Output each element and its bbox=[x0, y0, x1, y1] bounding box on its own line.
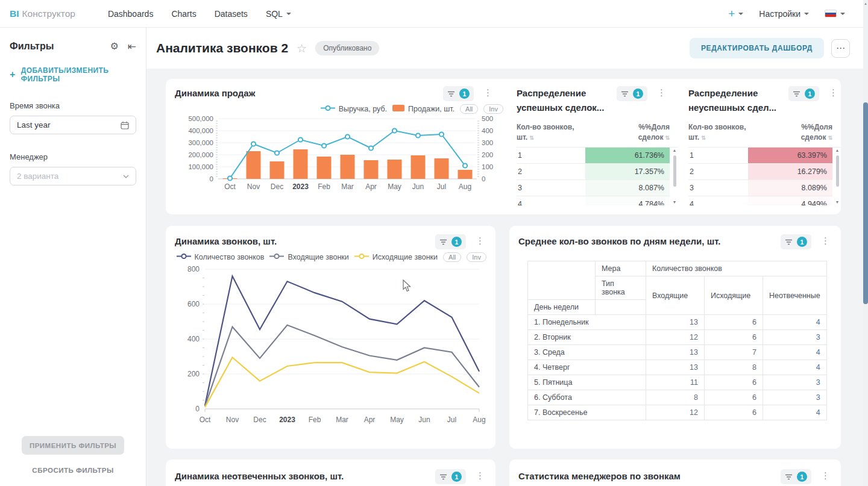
legend-item-sales[interactable]: Продажи, шт. bbox=[392, 105, 454, 113]
widget-title: Динамика звонков, шт. bbox=[175, 234, 435, 249]
widget-title: Динамика неотвеченных звонков, шт. bbox=[175, 469, 435, 484]
filters-chip[interactable]: 1 bbox=[617, 86, 647, 101]
filters-chip[interactable]: 1 bbox=[781, 469, 811, 484]
kebab-menu-icon[interactable]: ⋮ bbox=[474, 234, 486, 248]
nav-right: + Настройки bbox=[728, 8, 852, 19]
sales-chart-widget: Динамика продаж 1 ⋮ Выручка, руб. bbox=[175, 86, 494, 195]
svg-text:Jun: Jun bbox=[418, 416, 430, 424]
pivot-row: 6. Суббота863 bbox=[528, 390, 827, 405]
calls-chart[interactable]: 0200400600800OctNovDec2023FebMarAprMayJu… bbox=[175, 264, 486, 429]
scroll-thumb[interactable] bbox=[673, 155, 676, 187]
filters-chip[interactable]: 1 bbox=[443, 86, 474, 101]
svg-text:Feb: Feb bbox=[309, 416, 321, 424]
scrollbar-thumb[interactable] bbox=[863, 102, 868, 304]
filter-icon bbox=[785, 238, 793, 246]
svg-text:200: 200 bbox=[482, 151, 493, 158]
nav-sql-label: SQL bbox=[266, 9, 283, 19]
svg-text:400: 400 bbox=[187, 335, 200, 343]
legend-label: Выручка, руб. bbox=[339, 105, 387, 113]
kebab-menu-icon[interactable]: ⋮ bbox=[482, 86, 494, 99]
nav-sql[interactable]: SQL bbox=[266, 9, 291, 19]
legend-item-incoming[interactable]: Входящие звонки bbox=[269, 253, 348, 261]
edit-dashboard-button[interactable]: РЕДАКТИРОВАТЬ ДАШБОРД bbox=[690, 38, 824, 58]
table-row: 216.279% bbox=[688, 164, 832, 180]
manager-select[interactable]: 2 варианта bbox=[10, 167, 136, 185]
svg-text:Oct: Oct bbox=[224, 182, 236, 191]
kebab-menu-icon[interactable]: ⋮ bbox=[819, 469, 832, 482]
managers-stats-card: Статистика менеджеров по звонкам 1 ⋮ bbox=[509, 460, 841, 486]
pivot-col-missed: Неотвеченные bbox=[763, 276, 827, 315]
nav-dashboards[interactable]: Dashboards bbox=[108, 9, 154, 19]
widget-title: Статистика менеджеров по звонкам bbox=[518, 469, 781, 484]
legend-all-button[interactable]: All bbox=[443, 252, 461, 262]
kebab-menu-icon[interactable]: ⋮ bbox=[474, 469, 486, 482]
kebab-menu-icon[interactable]: ⋮ bbox=[819, 234, 832, 248]
table-row: 44.949% bbox=[688, 196, 832, 205]
column-header-share[interactable]: %%Доля сделок⇅ bbox=[790, 122, 841, 143]
scrollbar-up-arrow[interactable]: ▲ bbox=[863, 0, 868, 7]
widget-title: Среднее кол-во звонков по дням недели, ш… bbox=[518, 234, 781, 249]
gear-icon[interactable]: ⚙ bbox=[110, 42, 118, 51]
svg-text:Aug: Aug bbox=[459, 182, 471, 191]
column-header-share[interactable]: %%Доля сделок⇅ bbox=[627, 122, 678, 143]
legend-item-total[interactable]: Количество звонков bbox=[177, 253, 265, 261]
filters-chip[interactable]: 1 bbox=[781, 234, 811, 249]
row1-card: Динамика продаж 1 ⋮ Выручка, руб. bbox=[166, 79, 841, 214]
sales-chart[interactable]: 0100,000200,000300,000400,000500,0000100… bbox=[175, 115, 494, 195]
filter-icon bbox=[793, 90, 800, 98]
table-row: 38.089% bbox=[688, 180, 832, 196]
sort-icon: ⇅ bbox=[828, 135, 832, 141]
call-time-label: Время звонка bbox=[10, 101, 136, 110]
call-time-input[interactable]: Last year bbox=[10, 116, 136, 134]
svg-text:Jul: Jul bbox=[447, 416, 456, 424]
create-menu-button[interactable]: + bbox=[728, 8, 743, 19]
legend-all-button[interactable]: All bbox=[460, 104, 478, 114]
line-marker-icon bbox=[177, 253, 191, 261]
filters-chip[interactable]: 1 bbox=[788, 86, 819, 101]
column-header-calls[interactable]: Кол-во звонков, шт.⇅ bbox=[688, 122, 762, 143]
filter-count-badge: 1 bbox=[797, 237, 807, 247]
settings-menu[interactable]: Настройки bbox=[759, 9, 809, 19]
calendar-icon bbox=[121, 121, 129, 129]
filter-count-badge: 1 bbox=[633, 89, 643, 99]
filters-chip[interactable]: 1 bbox=[435, 234, 466, 249]
add-filters-link[interactable]: + ДОБАВИТЬ/ИЗМЕНИТЬ ФИЛЬТРЫ bbox=[10, 66, 136, 83]
favorite-star-icon[interactable]: ☆ bbox=[297, 42, 307, 55]
page-scrollbar[interactable]: ▲ bbox=[863, 0, 868, 486]
table-row: 44.784% bbox=[517, 196, 670, 205]
legend-label: Продажи, шт. bbox=[408, 105, 454, 113]
legend-item-outgoing[interactable]: Исходящие звонки bbox=[354, 253, 438, 261]
scroll-thumb[interactable] bbox=[836, 155, 839, 187]
filter-icon bbox=[785, 473, 793, 481]
svg-text:Oct: Oct bbox=[200, 416, 211, 424]
legend-inv-button[interactable]: Inv bbox=[483, 104, 503, 114]
column-header-calls[interactable]: Кол-во звонков, шт.⇅ bbox=[517, 122, 590, 143]
nav-datasets[interactable]: Datasets bbox=[215, 9, 248, 19]
scroll-down-icon[interactable]: ▼ bbox=[673, 199, 677, 205]
managers-stats-widget: Статистика менеджеров по звонкам 1 ⋮ bbox=[518, 469, 832, 484]
filter-icon bbox=[447, 90, 455, 98]
calls-chart-widget: Динамика звонков, шт. 1 ⋮ Количество зво… bbox=[175, 234, 486, 429]
chevron-down-icon bbox=[286, 13, 291, 15]
apply-filters-button[interactable]: ПРИМЕНИТЬ ФИЛЬТРЫ bbox=[22, 436, 124, 455]
app-logo[interactable]: BI Конструктор bbox=[10, 8, 75, 19]
chart-legend: Выручка, руб. Продажи, шт. All Inv bbox=[175, 104, 503, 114]
table-scrollbar[interactable]: ▲ ▼ bbox=[834, 148, 841, 205]
nav-charts[interactable]: Charts bbox=[171, 9, 196, 19]
legend-inv-button[interactable]: Inv bbox=[467, 252, 486, 262]
scroll-up-icon[interactable]: ▲ bbox=[673, 148, 677, 154]
more-actions-button[interactable]: ⋯ bbox=[831, 39, 850, 58]
filters-chip[interactable]: 1 bbox=[435, 469, 466, 484]
kebab-menu-icon[interactable]: ⋮ bbox=[655, 86, 668, 99]
scroll-up-icon[interactable]: ▲ bbox=[835, 148, 840, 154]
success-deals-table-widget: Распределение успешных сделок... 1 ⋮ Кол… bbox=[517, 86, 678, 205]
collapse-sidebar-icon[interactable]: ⇤ bbox=[128, 42, 136, 52]
kebab-menu-icon[interactable]: ⋮ bbox=[827, 86, 840, 99]
table-scrollbar[interactable]: ▲ ▼ bbox=[671, 148, 678, 205]
language-selector[interactable] bbox=[825, 10, 845, 17]
reset-filters-button[interactable]: СБРОСИТЬ ФИЛЬТРЫ bbox=[10, 467, 136, 474]
line-marker-icon bbox=[269, 253, 284, 261]
scroll-down-icon[interactable]: ▼ bbox=[835, 199, 840, 205]
status-badge: Опубликовано bbox=[315, 41, 379, 55]
legend-item-revenue[interactable]: Выручка, руб. bbox=[321, 105, 387, 113]
